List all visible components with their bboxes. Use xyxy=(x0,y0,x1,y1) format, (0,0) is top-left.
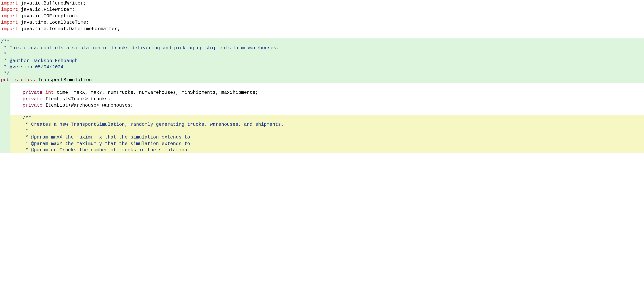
javadoc-line: * This class controls a simulation of tr… xyxy=(0,45,644,51)
javadoc-line: * Creates a new TransportSimulation, ran… xyxy=(10,121,644,128)
constructor-javadoc-block: /** * Creates a new TransportSimulation,… xyxy=(10,115,644,153)
code-editor[interactable]: import java.io.BufferedWriter; import ja… xyxy=(0,0,644,305)
blank-line xyxy=(10,109,644,115)
keyword-private: private xyxy=(11,90,42,95)
javadoc-line: * @param maxX the maximum x that the sim… xyxy=(10,134,644,140)
keyword-import: import xyxy=(1,26,18,32)
import-path: java.io.BufferedWriter; xyxy=(18,0,86,6)
javadoc-close: */ xyxy=(0,70,644,77)
class-javadoc-block: /** * This class controls a simulation o… xyxy=(0,38,644,83)
keyword-int: int xyxy=(42,90,54,95)
class-name: TransportSimulation { xyxy=(35,77,98,82)
javadoc-line: * @param maxY the maximum y that the sim… xyxy=(10,141,644,147)
keyword-import: import xyxy=(1,14,18,19)
class-body-wrapper: private int time, maxX, maxY, numTrucks,… xyxy=(0,83,644,153)
javadoc-line: * xyxy=(10,128,644,134)
blank-line xyxy=(10,83,644,90)
fields-block: private int time, maxX, maxY, numTrucks,… xyxy=(10,83,644,115)
keyword-private: private xyxy=(11,103,42,108)
import-line: import java.io.IOException; xyxy=(0,13,644,19)
javadoc-line: * @param numTrucks the number of trucks … xyxy=(10,147,644,153)
imports-block: import java.io.BufferedWriter; import ja… xyxy=(0,0,644,38)
keyword-import: import xyxy=(1,20,18,25)
keyword-import: import xyxy=(1,7,18,12)
keyword-private: private xyxy=(11,96,42,102)
import-line: import java.io.FileWriter; xyxy=(0,6,644,13)
field-names: time, maxX, maxY, numTrucks, numWarehous… xyxy=(54,90,258,95)
class-declaration: public class TransportSimulation { xyxy=(0,77,644,83)
blank-line xyxy=(0,32,644,38)
import-line: import java.io.BufferedWriter; xyxy=(0,0,644,6)
field-declaration: private ItemList<Truck> trucks; xyxy=(10,96,644,102)
import-path: java.time.LocalDateTime; xyxy=(18,20,89,25)
keyword-import: import xyxy=(1,0,18,6)
keyword-public: public xyxy=(1,77,18,82)
import-line: import java.time.LocalDateTime; xyxy=(0,19,644,26)
javadoc-open: /** xyxy=(0,38,644,45)
javadoc-line: * @author Jackson Eshbaugh xyxy=(0,58,644,64)
keyword-class: class xyxy=(21,77,35,82)
javadoc-line: * xyxy=(0,51,644,58)
import-line: import java.time.format.DateTimeFormatte… xyxy=(0,26,644,32)
javadoc-open: /** xyxy=(10,115,644,121)
import-path: java.io.FileWriter; xyxy=(18,7,75,12)
import-path: java.time.format.DateTimeFormatter; xyxy=(18,26,120,32)
field-declaration: private int time, maxX, maxY, numTrucks,… xyxy=(10,90,644,96)
field-type-name: ItemList<Warehouse> warehouses; xyxy=(42,103,133,108)
field-type-name: ItemList<Truck> trucks; xyxy=(42,96,110,102)
javadoc-line: * @version 05/04/2024 xyxy=(0,64,644,70)
field-declaration: private ItemList<Warehouse> warehouses; xyxy=(10,102,644,108)
import-path: java.io.IOException; xyxy=(18,14,78,19)
